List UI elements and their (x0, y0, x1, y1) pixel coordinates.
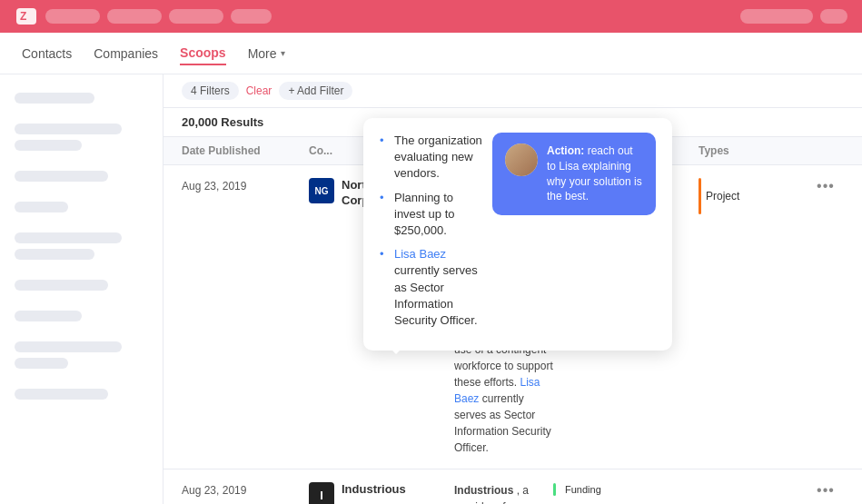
sidebar-pill (15, 202, 68, 212)
action-text: Action: reach out to Lisa explaining why… (547, 143, 643, 204)
more-icon[interactable]: ••• (817, 482, 835, 499)
sidebar-item-2 (0, 116, 163, 163)
company-logo: I (309, 482, 334, 504)
chevron-down-icon: ▾ (281, 48, 285, 58)
topbar-right-btn[interactable] (740, 9, 813, 24)
row-date: Aug 23, 2019 (182, 178, 309, 193)
sidebar-pill (15, 171, 108, 182)
sidebar (0, 74, 163, 504)
row-type: Project (699, 178, 808, 214)
row-tags: Funding (553, 482, 699, 499)
more-icon[interactable]: ••• (817, 178, 835, 194)
tooltip-list: The organization evaluating new vendors.… (380, 133, 483, 336)
subnav-contacts[interactable]: Contacts (22, 43, 72, 64)
topbar-pill-4 (231, 9, 272, 24)
sidebar-item-1 (0, 85, 163, 116)
filter-bar: 4 Filters Clear + Add Filter (163, 74, 862, 108)
type-label: Project (706, 190, 739, 203)
tag-divider-icon (553, 483, 556, 496)
tooltip-item-2: Planning to invest up to $250,000. (380, 190, 483, 240)
main-layout: 4 Filters Clear + Add Filter 20,000 Resu… (0, 74, 862, 504)
sidebar-pill (15, 358, 68, 369)
sidebar-pill (15, 140, 82, 151)
sidebar-pill (15, 124, 122, 134)
subnav-scoops[interactable]: Scoops (180, 42, 226, 65)
header-more (808, 144, 844, 157)
company-logo: NG (309, 178, 334, 203)
sidebar-item-6 (0, 272, 163, 303)
tooltip-item-1: The organization evaluating new vendors. (380, 133, 483, 183)
avatar (505, 143, 538, 176)
row-company: I Industrious (309, 482, 454, 504)
tooltip-item-3: Lisa Baez currently serves as Sector Inf… (380, 246, 483, 329)
header-date: Date Published (182, 144, 309, 157)
topbar: Z (0, 0, 862, 33)
topbar-pill-1 (45, 9, 100, 24)
subnav-companies[interactable]: Companies (94, 43, 158, 64)
filter-add-button[interactable]: + Add Filter (279, 82, 352, 100)
type-divider-icon (699, 178, 701, 214)
subnav-more[interactable]: More ▾ (248, 46, 285, 61)
sidebar-pill (15, 389, 108, 400)
topbar-pill-2 (107, 9, 162, 24)
sidebar-pill (15, 341, 122, 352)
header-types: Types (699, 144, 808, 157)
sidebar-pill (15, 249, 94, 260)
topbar-pill-3 (169, 9, 223, 24)
logo: Z (15, 7, 38, 25)
avatar-image (505, 143, 538, 176)
sidebar-pill (15, 93, 94, 104)
sidebar-item-4 (0, 194, 163, 225)
row-date: Aug 23, 2019 (182, 482, 309, 497)
sidebar-item-8 (0, 334, 163, 381)
tag-label: Funding (565, 482, 601, 497)
desc-bold: Industrious (454, 484, 513, 497)
sidebar-pill (15, 311, 82, 321)
sidebar-pill (15, 280, 108, 291)
table-row: Aug 23, 2019 I Industrious Industrious ,… (163, 469, 862, 504)
subnav: Contacts Companies Scoops More ▾ (0, 33, 862, 74)
row-description: Industrious , a provider of coworking sp… (454, 482, 553, 504)
company-name[interactable]: Industrious (342, 482, 406, 498)
topbar-right-sm[interactable] (820, 9, 847, 24)
sidebar-item-5 (0, 225, 163, 272)
tooltip-popup: The organization evaluating new vendors.… (363, 118, 672, 351)
sidebar-pill (15, 232, 122, 243)
filter-clear-button[interactable]: Clear (246, 84, 272, 97)
tooltip-content: The organization evaluating new vendors.… (380, 133, 656, 336)
content-area: 4 Filters Clear + Add Filter 20,000 Resu… (163, 74, 862, 504)
sidebar-item-7 (0, 303, 163, 334)
tooltip-link[interactable]: Lisa Baez (394, 247, 446, 261)
row-more[interactable]: ••• (808, 482, 844, 499)
sidebar-item-3 (0, 163, 163, 194)
row-more[interactable]: ••• (808, 178, 844, 194)
tag-1: Funding (553, 482, 699, 497)
filter-count: 4 Filters (182, 82, 239, 100)
svg-text:Z: Z (20, 10, 26, 23)
action-card: Action: reach out to Lisa explaining why… (492, 133, 656, 215)
tooltip-text-end: currently serves as Sector Information S… (394, 263, 478, 327)
sidebar-item-9 (0, 381, 163, 412)
action-label: Action: (547, 144, 584, 157)
